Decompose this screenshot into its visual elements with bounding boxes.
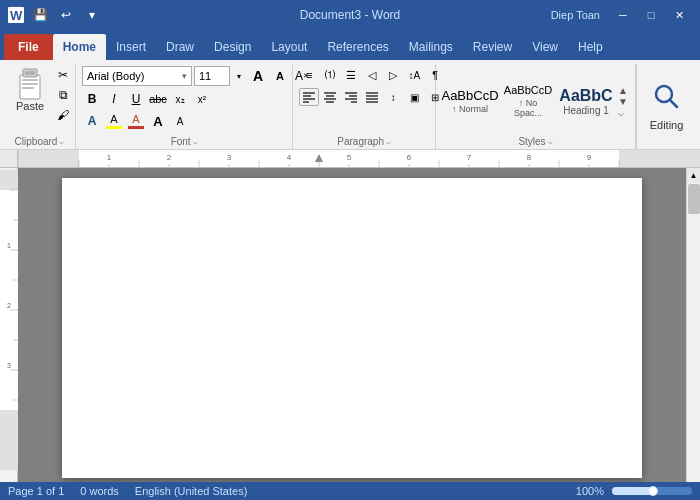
svg-rect-4 — [25, 71, 35, 75]
styles-scroll-up[interactable]: ▲ — [618, 85, 628, 96]
align-center-button[interactable] — [320, 88, 340, 106]
svg-text:4: 4 — [287, 153, 292, 162]
bold-button[interactable]: B — [82, 90, 102, 108]
tab-layout[interactable]: Layout — [261, 34, 317, 60]
clipboard-expand-icon[interactable]: ⌵ — [59, 137, 64, 146]
title-bar-left: W 💾 ↩ ▾ — [8, 5, 102, 25]
ruler-corner — [0, 150, 18, 168]
font-expand-icon[interactable]: ⌵ — [193, 137, 198, 146]
styles-scroll-down[interactable]: ▼ — [618, 96, 628, 107]
svg-rect-28 — [619, 150, 700, 167]
font-row-1: Arial (Body) ▾ 11 ▾ A A A✕ — [82, 66, 312, 86]
paste-button[interactable]: Paste — [10, 66, 50, 114]
svg-text:W: W — [10, 8, 23, 23]
tab-insert[interactable]: Insert — [106, 34, 156, 60]
tab-help[interactable]: Help — [568, 34, 613, 60]
copy-button[interactable]: ⧉ — [52, 86, 74, 104]
style-nospace-button[interactable]: AaBbCcD ↑ No Spac... — [500, 71, 556, 131]
svg-text:1: 1 — [107, 153, 112, 162]
style-heading1-button[interactable]: AaBbC Heading 1 — [558, 71, 614, 131]
clipboard-label: Clipboard ⌵ — [10, 136, 69, 149]
vertical-ruler: 1 2 3 — [0, 168, 18, 482]
page-info: Page 1 of 1 — [8, 485, 64, 497]
ribbon-tabs: File Home Insert Draw Design Layout Refe… — [0, 30, 700, 60]
quick-save-button[interactable]: 💾 — [30, 5, 50, 25]
svg-rect-58 — [0, 170, 18, 190]
style-nospace-label: ↑ No Spac... — [504, 98, 552, 118]
tab-home[interactable]: Home — [53, 34, 106, 60]
strikethrough-button[interactable]: abc — [148, 90, 168, 108]
svg-text:9: 9 — [587, 153, 592, 162]
font-size-chevron-up[interactable]: ▾ — [232, 71, 246, 81]
document-scroll-area — [18, 168, 686, 482]
italic-button[interactable]: I — [104, 90, 124, 108]
multilevel-list-button[interactable]: ☰ — [341, 66, 361, 84]
font-size-input[interactable]: 11 — [194, 66, 230, 86]
tab-draw[interactable]: Draw — [156, 34, 204, 60]
highlight-button[interactable]: A — [104, 112, 124, 130]
font-size-larger[interactable]: A — [148, 112, 168, 130]
tab-view[interactable]: View — [522, 34, 568, 60]
cut-button[interactable]: ✂ — [52, 66, 74, 84]
maximize-button[interactable]: □ — [638, 0, 664, 30]
font-color-button[interactable]: A — [126, 112, 146, 130]
svg-text:3: 3 — [7, 362, 11, 369]
editing-search-icon — [653, 83, 681, 117]
document-page[interactable] — [62, 178, 642, 478]
style-normal-button[interactable]: AaBbCcD ↑ Normal — [442, 71, 498, 131]
tab-review[interactable]: Review — [463, 34, 522, 60]
status-right: 100% — [576, 485, 692, 497]
document-area: 1 2 3 ▲ — [0, 168, 700, 482]
word-logo-icon: W — [8, 7, 24, 23]
superscript-button[interactable]: x² — [192, 90, 212, 108]
svg-text:3: 3 — [227, 153, 232, 162]
quick-access-customize[interactable]: ▾ — [82, 5, 102, 25]
line-spacing-button[interactable]: ↕ — [383, 88, 403, 106]
paragraph-group: ≡ ⑴ ☰ ◁ ▷ ↕A ¶ — [293, 64, 436, 149]
sort-button[interactable]: ↕A — [404, 66, 424, 84]
decrease-font-button[interactable]: A — [270, 67, 290, 85]
align-left-button[interactable] — [299, 88, 319, 106]
underline-button[interactable]: U — [126, 90, 146, 108]
decrease-indent-button[interactable]: ◁ — [362, 66, 382, 84]
scroll-thumb[interactable] — [688, 184, 700, 214]
minimize-button[interactable]: ─ — [610, 0, 636, 30]
tab-mailings[interactable]: Mailings — [399, 34, 463, 60]
numbering-button[interactable]: ⑴ — [320, 66, 340, 84]
tab-file[interactable]: File — [4, 34, 53, 60]
svg-rect-59 — [0, 190, 18, 410]
horizontal-ruler: 1 2 3 4 5 6 7 8 9 — [18, 150, 700, 167]
undo-button[interactable]: ↩ — [56, 5, 76, 25]
shading-button[interactable]: ▣ — [404, 88, 424, 106]
zoom-slider-thumb[interactable] — [648, 486, 658, 496]
increase-font-button[interactable]: A — [248, 67, 268, 85]
ruler-container: 1 2 3 4 5 6 7 8 9 — [0, 150, 700, 168]
font-label: Font ⌵ — [82, 136, 286, 149]
title-bar: W 💾 ↩ ▾ Document3 - Word Diep Toan ─ □ ✕ — [0, 0, 700, 30]
tab-references[interactable]: References — [317, 34, 398, 60]
scroll-up-arrow[interactable]: ▲ — [687, 168, 701, 182]
styles-scroll-control[interactable]: ▲ ▼ ⌵ — [616, 85, 630, 118]
text-effects-button[interactable]: A — [82, 112, 102, 130]
styles-expand-icon[interactable]: ⌵ — [548, 137, 553, 146]
svg-text:5: 5 — [347, 153, 352, 162]
format-painter-button[interactable]: 🖌 — [52, 106, 74, 124]
tab-design[interactable]: Design — [204, 34, 261, 60]
font-name-dropdown[interactable]: Arial (Body) ▾ — [82, 66, 192, 86]
subscript-button[interactable]: x₂ — [170, 90, 190, 108]
svg-rect-6 — [22, 83, 38, 85]
bullets-button[interactable]: ≡ — [299, 66, 319, 84]
close-button[interactable]: ✕ — [666, 0, 692, 30]
vertical-scrollbar[interactable]: ▲ — [686, 168, 700, 482]
align-right-button[interactable] — [341, 88, 361, 106]
document-title: Document3 - Word — [300, 8, 400, 22]
justify-button[interactable] — [362, 88, 382, 106]
paragraph-expand-icon[interactable]: ⌵ — [386, 137, 391, 146]
styles-content: AaBbCcD ↑ Normal AaBbCcD ↑ No Spac... Aa… — [442, 66, 629, 136]
styles-more[interactable]: ⌵ — [618, 107, 628, 118]
font-size-smaller[interactable]: A — [170, 112, 190, 130]
zoom-level: 100% — [576, 485, 604, 497]
editing-label: Editing — [650, 119, 684, 131]
increase-indent-button[interactable]: ▷ — [383, 66, 403, 84]
paragraph-content: ≡ ⑴ ☰ ◁ ▷ ↕A ¶ — [299, 66, 429, 136]
